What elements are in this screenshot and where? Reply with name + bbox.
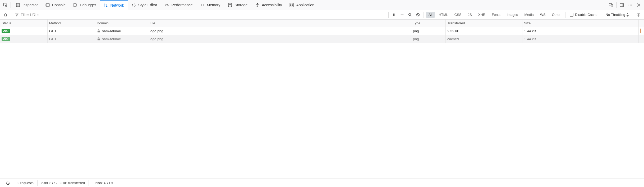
cell-transferred: cached bbox=[446, 35, 522, 43]
cell-file: logo.png bbox=[148, 35, 411, 43]
filter-ws[interactable]: WS bbox=[537, 12, 548, 18]
cell-method: GET bbox=[48, 27, 95, 35]
search-button[interactable] bbox=[406, 11, 414, 19]
col-header-transferred[interactable]: Transferred bbox=[446, 20, 522, 27]
checkbox-box bbox=[570, 13, 573, 17]
disable-cache-label: Disable Cache bbox=[575, 13, 597, 17]
col-header-status[interactable]: Status bbox=[0, 20, 48, 27]
stopwatch-icon bbox=[6, 181, 10, 185]
disable-cache-checkbox[interactable]: Disable Cache bbox=[570, 13, 597, 17]
tab-label: Storage bbox=[234, 3, 247, 7]
lock-icon bbox=[97, 37, 100, 41]
tab-console[interactable]: Console bbox=[42, 0, 69, 10]
tab-memory[interactable]: Memory bbox=[196, 0, 224, 10]
svg-rect-9 bbox=[290, 5, 291, 7]
col-header-file[interactable]: File bbox=[148, 20, 411, 27]
svg-rect-18 bbox=[394, 13, 395, 16]
col-header-waterfall[interactable] bbox=[639, 20, 644, 27]
throttling-dropdown[interactable]: No Throttling bbox=[604, 13, 631, 17]
settings-gear-button[interactable] bbox=[634, 11, 642, 19]
filter-other[interactable]: Other bbox=[549, 12, 563, 18]
status-requests: 2 requests bbox=[14, 179, 37, 187]
sort-icon bbox=[626, 13, 629, 17]
col-header-method[interactable]: Method bbox=[48, 20, 95, 27]
svg-point-19 bbox=[409, 13, 411, 15]
divider bbox=[11, 2, 11, 8]
network-toolbar: All HTML CSS JS XHR Fonts Images Media W… bbox=[0, 10, 644, 20]
filter-fonts[interactable]: Fonts bbox=[489, 12, 503, 18]
tab-application[interactable]: Application bbox=[286, 0, 318, 10]
add-request-button[interactable] bbox=[398, 11, 406, 19]
cell-transferred: 2.32 kB bbox=[446, 27, 522, 35]
divider bbox=[633, 12, 633, 18]
filter-js[interactable]: JS bbox=[465, 12, 475, 18]
lock-icon bbox=[97, 29, 100, 33]
filter-xhr[interactable]: XHR bbox=[476, 12, 488, 18]
filter-media[interactable]: Media bbox=[522, 12, 536, 18]
cell-size: 1.44 kB bbox=[522, 27, 639, 35]
filter-html[interactable]: HTML bbox=[436, 12, 450, 18]
tab-label: Style Editor bbox=[138, 3, 157, 7]
tab-style-editor[interactable]: Style Editor bbox=[128, 0, 161, 10]
svg-rect-12 bbox=[611, 4, 613, 7]
filter-all[interactable]: All bbox=[426, 12, 435, 18]
pause-recording-button[interactable] bbox=[390, 11, 398, 19]
cell-domain: sam-relume… bbox=[95, 35, 148, 43]
cell-waterfall bbox=[639, 27, 644, 35]
tab-inspector[interactable]: Inspector bbox=[12, 0, 42, 10]
table-row[interactable]: 200 GET sam-relume… logo.png png 2.32 kB… bbox=[0, 27, 644, 35]
cell-size: 1.44 kB bbox=[522, 35, 639, 43]
close-devtools-button[interactable] bbox=[634, 1, 643, 9]
divider bbox=[602, 12, 602, 18]
tab-label: Network bbox=[110, 3, 124, 7]
tab-label: Accessibility bbox=[262, 3, 282, 7]
block-requests-button[interactable] bbox=[414, 11, 422, 19]
filter-css[interactable]: CSS bbox=[452, 12, 464, 18]
funnel-icon bbox=[15, 13, 19, 17]
tab-storage[interactable]: Storage bbox=[224, 0, 251, 10]
cell-file: logo.png bbox=[148, 27, 411, 35]
cell-waterfall bbox=[639, 35, 644, 43]
divider bbox=[424, 12, 424, 18]
filter-urls-field[interactable] bbox=[13, 10, 161, 19]
svg-point-5 bbox=[228, 3, 232, 4]
tab-performance[interactable]: Performance bbox=[161, 0, 196, 10]
requests-table-body: 200 GET sam-relume… logo.png png 2.32 kB… bbox=[0, 27, 644, 179]
svg-rect-7 bbox=[290, 3, 291, 4]
svg-point-21 bbox=[638, 14, 639, 15]
status-transferred: 2.88 kB / 2.32 kB transferred bbox=[38, 179, 89, 187]
table-row[interactable]: 200 GET sam-relume… logo.png png cached … bbox=[0, 35, 644, 43]
tab-accessibility[interactable]: Accessibility bbox=[251, 0, 286, 10]
tab-label: Inspector bbox=[22, 3, 38, 7]
cell-method: GET bbox=[48, 35, 95, 43]
tab-network[interactable]: Network bbox=[100, 0, 127, 10]
dock-side-button[interactable] bbox=[618, 1, 626, 9]
divider bbox=[616, 2, 617, 8]
filter-input[interactable] bbox=[21, 13, 159, 17]
status-finish: Finish: 4.71 s bbox=[89, 179, 117, 187]
performance-analysis-button[interactable] bbox=[2, 179, 14, 187]
svg-point-15 bbox=[630, 4, 631, 5]
svg-rect-8 bbox=[292, 3, 293, 4]
svg-point-16 bbox=[631, 4, 632, 5]
divider bbox=[11, 12, 11, 18]
svg-rect-17 bbox=[393, 13, 394, 16]
responsive-mode-button[interactable] bbox=[607, 1, 615, 9]
divider bbox=[565, 12, 565, 18]
svg-point-14 bbox=[628, 4, 629, 5]
svg-rect-4 bbox=[201, 4, 204, 6]
more-menu-button[interactable] bbox=[626, 1, 634, 9]
col-header-domain[interactable]: Domain bbox=[95, 20, 148, 27]
col-header-type[interactable]: Type bbox=[411, 20, 446, 27]
col-header-size[interactable]: Size bbox=[522, 20, 639, 27]
cell-domain: sam-relume… bbox=[95, 27, 148, 35]
tab-label: Memory bbox=[207, 3, 220, 7]
requests-table-header: Status Method Domain File Type Transferr… bbox=[0, 20, 644, 27]
tab-debugger[interactable]: Debugger bbox=[69, 0, 100, 10]
filter-images[interactable]: Images bbox=[504, 12, 521, 18]
svg-rect-13 bbox=[620, 3, 624, 7]
clear-requests-button[interactable] bbox=[2, 11, 10, 19]
type-filters: All HTML CSS JS XHR Fonts Images Media W… bbox=[425, 12, 564, 18]
cell-type: png bbox=[411, 35, 446, 43]
pick-element-button[interactable] bbox=[1, 1, 10, 9]
